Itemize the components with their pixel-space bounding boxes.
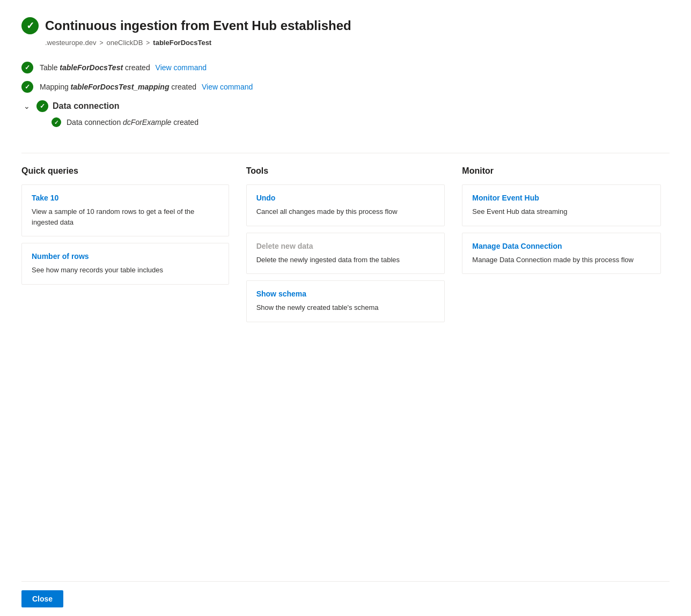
data-connection-success-icon bbox=[36, 100, 48, 112]
number-of-rows-card[interactable]: Number of rows See how many records your… bbox=[21, 243, 229, 285]
monitor-column: Monitor Monitor Event Hub See Event Hub … bbox=[453, 166, 670, 581]
breadcrumb-sep2: > bbox=[146, 39, 150, 47]
undo-title: Undo bbox=[256, 194, 435, 202]
table-success-icon bbox=[21, 62, 33, 73]
tools-title: Tools bbox=[246, 166, 445, 176]
data-connection-row: ⌄ Data connection bbox=[21, 100, 670, 112]
delete-new-data-description: Delete the newly ingested data from the … bbox=[256, 255, 435, 265]
show-schema-title: Show schema bbox=[256, 290, 435, 298]
steps-section: Table tableForDocsTest created View comm… bbox=[21, 62, 670, 127]
monitor-event-hub-card[interactable]: Monitor Event Hub See Event Hub data str… bbox=[462, 184, 661, 226]
quick-queries-title: Quick queries bbox=[21, 166, 229, 176]
table-step-text: Table tableForDocsTest created View comm… bbox=[40, 63, 207, 72]
chevron-down-icon[interactable]: ⌄ bbox=[21, 101, 32, 112]
delete-new-data-card[interactable]: Delete new data Delete the newly ingeste… bbox=[246, 233, 445, 274]
show-schema-description: Show the newly created table's schema bbox=[256, 302, 435, 313]
breadcrumb-part1: .westeurope.dev bbox=[45, 39, 96, 47]
take10-card[interactable]: Take 10 View a sample of 10 random rows … bbox=[21, 184, 229, 236]
breadcrumb: .westeurope.dev > oneClickDB > tableForD… bbox=[45, 39, 670, 47]
data-connection-label: Data connection bbox=[53, 101, 119, 111]
success-icon-large bbox=[21, 17, 39, 34]
breadcrumb-sep1: > bbox=[99, 39, 103, 47]
breadcrumb-part2: oneClickDB bbox=[106, 39, 143, 47]
show-schema-card[interactable]: Show schema Show the newly created table… bbox=[246, 280, 445, 322]
close-button[interactable]: Close bbox=[21, 590, 63, 607]
undo-card[interactable]: Undo Cancel all changes made by this pro… bbox=[246, 184, 445, 226]
dc-created-success-icon bbox=[52, 117, 61, 127]
sections-container: Quick queries Take 10 View a sample of 1… bbox=[21, 166, 670, 581]
mapping-step-text: Mapping tableForDocsTest_mapping created… bbox=[40, 83, 253, 91]
mapping-step-row: Mapping tableForDocsTest_mapping created… bbox=[21, 81, 670, 93]
mapping-success-icon bbox=[21, 81, 33, 93]
table-view-command-link[interactable]: View command bbox=[156, 63, 207, 72]
monitor-title: Monitor bbox=[462, 166, 661, 176]
dc-created-text: Data connection dcForExample created bbox=[67, 118, 199, 127]
tools-column: Tools Undo Cancel all changes made by th… bbox=[238, 166, 454, 581]
page-title: Continuous ingestion from Event Hub esta… bbox=[45, 18, 351, 33]
delete-new-data-title: Delete new data bbox=[256, 242, 435, 250]
monitor-event-hub-description: See Event Hub data streaming bbox=[472, 206, 651, 217]
undo-description: Cancel all changes made by this process … bbox=[256, 206, 435, 217]
data-connection-sub-row: Data connection dcForExample created bbox=[52, 117, 670, 127]
breadcrumb-current: tableForDocsTest bbox=[153, 39, 211, 47]
table-step-row: Table tableForDocsTest created View comm… bbox=[21, 62, 670, 73]
take10-title: Take 10 bbox=[32, 194, 219, 202]
number-of-rows-title: Number of rows bbox=[32, 252, 219, 261]
monitor-event-hub-title: Monitor Event Hub bbox=[472, 194, 651, 202]
section-divider bbox=[21, 153, 670, 153]
footer: Close bbox=[21, 581, 670, 616]
number-of-rows-description: See how many records your table includes bbox=[32, 265, 219, 276]
manage-data-connection-card[interactable]: Manage Data Connection Manage Data Conne… bbox=[462, 233, 661, 274]
mapping-view-command-link[interactable]: View command bbox=[202, 83, 253, 91]
quick-queries-column: Quick queries Take 10 View a sample of 1… bbox=[21, 166, 238, 581]
take10-description: View a sample of 10 random rows to get a… bbox=[32, 206, 219, 227]
manage-data-connection-description: Manage Data Connection made by this proc… bbox=[472, 255, 651, 265]
manage-data-connection-title: Manage Data Connection bbox=[472, 242, 651, 250]
header-section: Continuous ingestion from Event Hub esta… bbox=[21, 17, 670, 34]
